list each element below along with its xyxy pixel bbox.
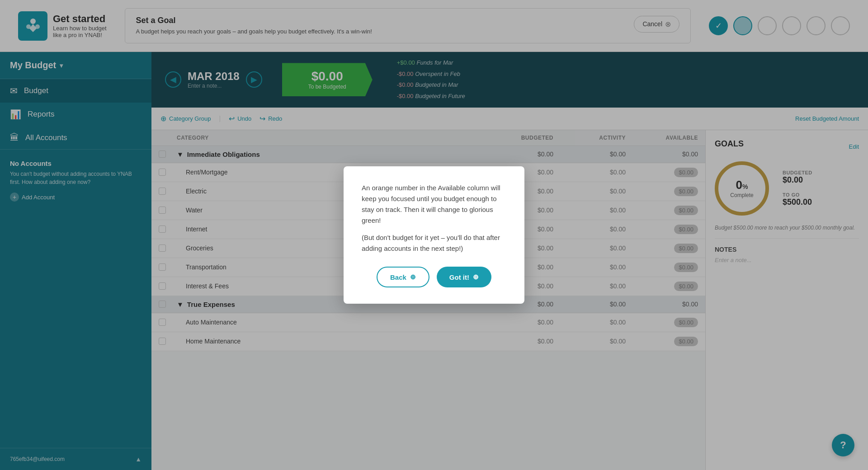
back-label: Back [390, 273, 406, 281]
got-it-button[interactable]: Got it! ⊕ [437, 267, 491, 287]
gotit-arrow-icon: ⊕ [473, 273, 479, 281]
modal-text: An orange number in the Available column… [362, 183, 506, 254]
modal-overlay: An orange number in the Available column… [0, 0, 868, 470]
modal-actions: Back ⊕ Got it! ⊕ [362, 267, 506, 287]
modal-text-1: An orange number in the Available column… [362, 183, 506, 226]
modal-dialog: An orange number in the Available column… [344, 166, 524, 304]
modal-text-2: (But don't budget for it yet – you'll do… [362, 232, 506, 254]
gotit-label: Got it! [449, 273, 469, 281]
back-circle-icon: ⊕ [410, 273, 416, 281]
back-button[interactable]: Back ⊕ [377, 267, 429, 287]
